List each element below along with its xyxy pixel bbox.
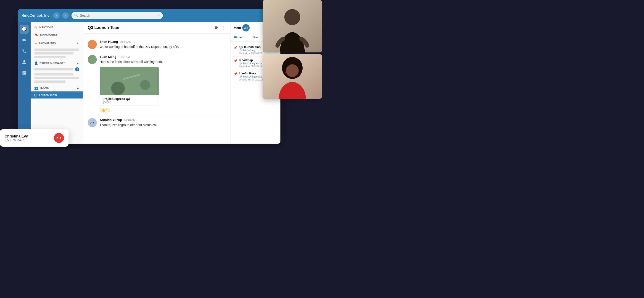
message-time: 10:14 AM	[120, 40, 132, 43]
message-content: Yuan Meng 10:32 AM Here's the latest dec…	[100, 55, 226, 112]
favourites-header[interactable]: ★ FAVOURITES ▲	[30, 39, 83, 47]
message-text: Here's the latest deck we're all working…	[100, 59, 226, 64]
message-header: Zhen Huang 10:14 AM	[100, 40, 226, 43]
at-icon: @	[34, 25, 38, 29]
search-clear-button[interactable]: ✕	[158, 14, 160, 17]
attachment-subtitle: gslides	[102, 101, 156, 104]
nav-forward-button[interactable]: ›	[62, 12, 69, 19]
chevron-up-icon-teams: ▲	[76, 86, 79, 89]
dm-badge: 2	[75, 67, 79, 71]
member-avatar: ZH	[242, 24, 250, 31]
search-input[interactable]	[80, 14, 156, 17]
link-icon: 🔗	[239, 62, 242, 65]
message-author: Yuan Meng	[100, 55, 116, 59]
chat-header: Q3 Launch Team ⋮	[83, 22, 230, 33]
chevron-up-icon: ▲	[76, 42, 79, 45]
message-time: 10:48 AM	[124, 119, 136, 122]
icon-sidebar: 💬	[18, 22, 30, 144]
chat-actions: ⋮	[214, 25, 226, 30]
svg-point-2	[140, 80, 150, 90]
members-label: Mem	[234, 26, 241, 30]
tab-files[interactable]: Files	[247, 34, 264, 41]
app-window: RingCentral, Inc. ‹ › 🔍 ✕ 💬	[18, 9, 280, 144]
app-header: RingCentral, Inc. ‹ › 🔍 ✕	[18, 9, 280, 22]
nav-back-button[interactable]: ‹	[53, 12, 60, 19]
caller-number: (650) 768-5431	[4, 139, 50, 142]
direct-messages-section: 👤 DIRECT MESSAGES ▲ 2	[30, 59, 83, 83]
video-call-button[interactable]	[214, 25, 219, 30]
avatar	[88, 40, 97, 49]
skeleton-line	[34, 73, 74, 75]
skeleton-line	[34, 52, 74, 54]
video-bg-man	[262, 0, 322, 52]
sidebar-item-phone[interactable]	[20, 46, 29, 56]
message-group: Yuan Meng 10:32 AM Here's the latest dec…	[88, 52, 226, 115]
search-icon: 🔍	[74, 14, 78, 17]
reaction-count: 1	[106, 108, 108, 112]
message-group: AY Arnaldo Yusup 10:48 AM Thanks, let's …	[88, 115, 226, 130]
bookmarks-item[interactable]: 🔖 BOOKMARKS	[30, 31, 83, 38]
person-icon: 👤	[34, 61, 38, 65]
message-header: Yuan Meng 10:32 AM	[100, 55, 226, 59]
active-team-label: Q3 Launch Team	[34, 93, 57, 97]
teams-label: TEAMS	[40, 86, 49, 89]
message-group: Zhen Huang 10:14 AM We're working to han…	[88, 37, 226, 52]
active-team-item[interactable]: Q3 Launch Team	[30, 91, 83, 99]
svg-point-1	[111, 82, 125, 95]
message-content: Zhen Huang 10:14 AM We're working to han…	[100, 40, 226, 49]
call-popup: Christina Evy (650) 768-5431	[0, 129, 68, 147]
dm-label: DIRECT MESSAGES	[40, 62, 66, 65]
bookmarks-label: BOOKMARKS	[40, 33, 58, 36]
tab-pinned[interactable]: Pinned	[230, 34, 247, 41]
link-icon: 🔗	[239, 49, 242, 51]
avatar: AY	[88, 118, 97, 127]
svg-rect-0	[100, 67, 159, 95]
people-icon: 👥	[34, 86, 38, 90]
video-card-bottom	[262, 54, 322, 99]
app-body: 💬	[18, 22, 280, 144]
mentions-item[interactable]: @ MENTIONS	[30, 24, 83, 31]
favourites-label: FAVOURITES	[39, 42, 56, 45]
video-card-top	[262, 0, 322, 52]
mentions-label: MENTIONS	[39, 26, 54, 29]
teams-header[interactable]: 👥 TEAMS ▲	[30, 84, 83, 91]
svg-point-9	[286, 64, 299, 77]
sidebar-item-contacts[interactable]	[20, 57, 29, 67]
message-header: Arnaldo Yusup 10:48 AM	[100, 118, 226, 122]
message-author: Zhen Huang	[100, 40, 118, 43]
attachment-image	[100, 67, 159, 95]
sidebar-item-messages[interactable]: 💬	[20, 25, 29, 34]
favourites-section: ★ FAVOURITES ▲	[30, 39, 83, 58]
end-call-button[interactable]	[54, 133, 64, 143]
bookmark-icon: 🔖	[34, 33, 38, 36]
reaction-button[interactable]: 👍 1	[100, 108, 110, 112]
svg-point-10	[285, 72, 287, 73]
attachment-title: Project Express Q3	[102, 97, 156, 101]
dm-header[interactable]: 👤 DIRECT MESSAGES ▲	[30, 59, 83, 67]
pin-icon: 📌	[234, 46, 238, 54]
message-text: Thanks, let's regroup after our status c…	[100, 123, 226, 128]
skeleton-line	[34, 56, 66, 58]
pin-icon: 📌	[234, 59, 238, 68]
sidebar-item-inbox[interactable]	[20, 68, 29, 78]
more-options-button[interactable]: ⋮	[222, 25, 226, 30]
sidebar-item-video[interactable]	[20, 36, 29, 45]
chat-messages: Zhen Huang 10:14 AM We're working to han…	[83, 33, 230, 144]
avatar	[88, 55, 97, 64]
skeleton-line	[34, 80, 66, 83]
message-time: 10:32 AM	[118, 55, 130, 59]
search-bar: 🔍 ✕	[72, 12, 163, 19]
attachment-card[interactable]: Project Express Q3 gslides	[100, 67, 159, 106]
chevron-up-icon-dm: ▲	[76, 62, 79, 65]
svg-point-6	[284, 9, 300, 25]
chat-title: Q3 Launch Team	[88, 25, 214, 30]
caller-name: Christina Evy	[4, 134, 50, 139]
link-icon: 🔗	[239, 75, 242, 78]
star-icon: ★	[34, 41, 38, 45]
skeleton-line	[34, 77, 79, 79]
video-bg-woman	[262, 54, 322, 99]
channel-sidebar: @ MENTIONS 🔖 BOOKMARKS ★ FAVOURITES ▲	[30, 22, 83, 144]
attachment-info: Project Express Q3 gslides	[100, 95, 159, 106]
message-content: Arnaldo Yusup 10:48 AM Thanks, let's reg…	[100, 118, 226, 128]
pin-icon: 📌	[234, 72, 238, 81]
